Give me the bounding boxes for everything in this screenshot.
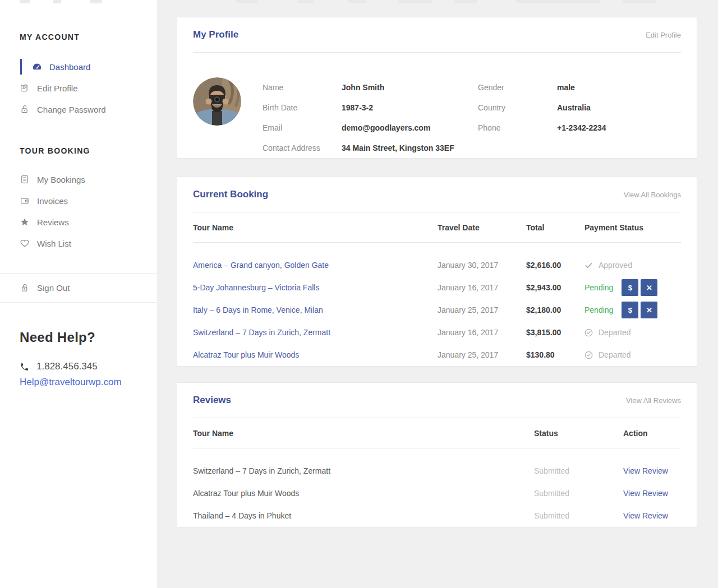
field-label: Country (478, 103, 557, 112)
sidebar-item-my-bookings[interactable]: My Bookings (0, 169, 157, 190)
booking-table-header: Tour Name Travel Date Total Payment Stat… (177, 212, 697, 242)
booking-row: 5-Day Johannesburg – Victoria Falls Janu… (193, 276, 681, 299)
cutoff-fragment (398, 0, 432, 3)
cancel-booking-button[interactable]: ✕ (641, 302, 657, 318)
profile-field: Contact Address 34 Main Street, Kingston… (263, 138, 478, 158)
booking-total: $3,815.00 (526, 328, 584, 337)
reviews-table-header: Tour Name Status Action (177, 418, 697, 448)
field-label: Contact Address (263, 143, 342, 152)
edit-profile-link[interactable]: Edit Profile (646, 31, 681, 39)
review-status: Submitted (534, 511, 623, 520)
view-review-link[interactable]: View Review (623, 511, 668, 520)
booking-total: $130.80 (526, 350, 584, 359)
pay-button[interactable]: $ (622, 279, 638, 296)
view-review-link[interactable]: View Review (623, 489, 668, 498)
cutoff-fragment (623, 0, 656, 3)
sign-out-lock-icon (20, 283, 30, 293)
booking-row: Italy – 6 Days in Rome, Venice, Milan Ja… (193, 299, 681, 321)
column-header-tour-name: Tour Name (193, 429, 534, 438)
column-header-status: Status (534, 429, 623, 438)
sidebar-item-sign-out[interactable]: Sign Out (0, 274, 157, 302)
profile-field: Birth Date 1987-3-2 (263, 98, 478, 118)
booking-row: Alcatraz Tour plus Muir Woods January 25… (193, 344, 681, 366)
avatar-photo (193, 77, 241, 126)
help-phone-row: 1.828.456.345 (20, 361, 157, 372)
field-value: John Smith (342, 83, 384, 92)
profile-field: Email demo@goodlayers.com (263, 118, 478, 138)
review-row: Thailand – 4 Days in Phuket Submitted Vi… (193, 504, 681, 527)
booking-card-header: Current Booking View All Bookings (177, 177, 697, 212)
sidebar-item-change-password[interactable]: Change Password (0, 99, 157, 120)
tour-link[interactable]: Switzerland – 7 Days in Zurich, Zermatt (193, 328, 330, 337)
field-value: +1-2342-2234 (557, 123, 606, 132)
pay-button[interactable]: $ (622, 302, 638, 318)
reviews-card: Reviews View All Reviews Tour Name Statu… (177, 382, 697, 527)
profile-fields-left: Name John Smith Birth Date 1987-3-2 Emai… (263, 77, 478, 158)
booking-row: Switzerland – 7 Days in Zurich, Zermatt … (193, 321, 681, 344)
booking-total: $2,180.00 (526, 305, 584, 314)
lock-icon (20, 104, 30, 114)
status-pending: Pending (584, 305, 613, 314)
sidebar-item-reviews[interactable]: Reviews (0, 211, 157, 233)
review-row: Alcatraz Tour plus Muir Woods Submitted … (193, 482, 681, 504)
sidebar-item-invoices[interactable]: Invoices (0, 190, 157, 211)
need-help-heading: Need Help? (20, 331, 157, 344)
column-header-total: Total (526, 223, 584, 232)
status-label: Departed (599, 350, 631, 359)
booking-row: America – Grand canyon, Golden Gate Janu… (193, 254, 681, 276)
sidebar-item-label: Invoices (37, 196, 68, 206)
booking-total: $2,943.00 (526, 283, 584, 292)
help-email-link[interactable]: Help@traveltourwp.com (20, 377, 157, 388)
travel-date: January 16, 2017 (438, 328, 526, 337)
tour-link[interactable]: America – Grand canyon, Golden Gate (193, 261, 329, 270)
view-review-link[interactable]: View Review (623, 466, 668, 475)
booking-table-body: America – Grand canyon, Golden Gate Janu… (177, 243, 697, 366)
sidebar-item-edit-profile[interactable]: Edit Profile (0, 77, 157, 99)
phone-icon (20, 362, 29, 372)
field-value: male (557, 83, 575, 92)
cutoff-fragment (20, 0, 30, 3)
current-booking-card: Current Booking View All Bookings Tour N… (177, 177, 697, 367)
profile-field: Name John Smith (263, 77, 478, 98)
view-all-bookings-link[interactable]: View All Bookings (624, 191, 681, 199)
account-menu: Dashboard Edit Profile Change Password (0, 56, 157, 120)
sidebar-item-wish-list[interactable]: Wish List (0, 233, 157, 254)
tour-link[interactable]: 5-Day Johannesburg – Victoria Falls (193, 283, 319, 292)
view-all-reviews-link[interactable]: View All Reviews (626, 396, 681, 405)
profile-body: Name John Smith Birth Date 1987-3-2 Emai… (177, 53, 697, 158)
field-label: Gender (478, 83, 557, 92)
booking-menu: My Bookings Invoices Reviews Wish List (0, 169, 157, 254)
status-label: Departed (599, 328, 631, 337)
help-phone-number: 1.828.456.345 (36, 361, 98, 372)
column-header-travel-date: Travel Date (438, 223, 526, 232)
field-value: 34 Main Street, Kingston 33EF (342, 143, 454, 152)
travel-date: January 25, 2017 (438, 350, 526, 359)
need-help-section: Need Help? 1.828.456.345 Help@traveltour… (20, 331, 157, 388)
travel-date: January 16, 2017 (438, 283, 526, 292)
review-row: Switzerland – 7 Days in Zurich, Zermatt … (193, 460, 681, 482)
sidebar-item-label: Sign Out (37, 283, 70, 293)
review-tour-name: Thailand – 4 Days in Phuket (193, 511, 534, 520)
profile-field: Gender male (478, 77, 681, 98)
booking-total: $2,616.00 (526, 261, 584, 270)
field-label: Email (263, 123, 342, 132)
field-label: Name (263, 83, 342, 92)
sidebar: MY ACCOUNT Dashboard Edit Profile Chang (0, 0, 157, 588)
cancel-booking-button[interactable]: ✕ (641, 279, 657, 296)
status-pending: Pending (584, 283, 613, 292)
field-label: Birth Date (263, 103, 342, 112)
profile-card-header: My Profile Edit Profile (177, 17, 697, 52)
review-status: Submitted (534, 466, 623, 475)
avatar (193, 77, 241, 126)
sidebar-divider (0, 302, 157, 303)
cutoff-fragment (516, 0, 600, 3)
reviews-card-header: Reviews View All Reviews (177, 383, 697, 418)
circle-check-icon (584, 351, 593, 359)
tour-link[interactable]: Italy – 6 Days in Rome, Venice, Milan (193, 305, 323, 314)
status-departed: Departed (584, 350, 631, 359)
sidebar-item-dashboard[interactable]: Dashboard (0, 56, 157, 77)
reviews-card-title: Reviews (193, 395, 231, 406)
tour-link[interactable]: Alcatraz Tour plus Muir Woods (193, 350, 299, 359)
account-section-heading: MY ACCOUNT (20, 32, 157, 42)
reviews-table-body: Switzerland – 7 Days in Zurich, Zermatt … (177, 448, 697, 527)
